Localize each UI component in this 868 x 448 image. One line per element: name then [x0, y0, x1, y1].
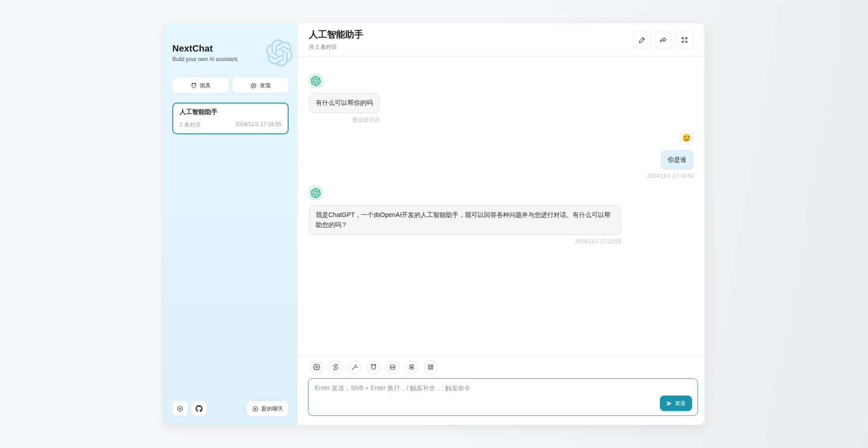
assistant-avatar: [309, 74, 323, 88]
sidebar: NextChat Build your own AI assistant. 面具…: [163, 23, 298, 425]
settings-icon: [176, 405, 184, 412]
send-plane-icon: [666, 401, 672, 406]
chat-item-count: 2 条对话: [180, 121, 200, 129]
chat-panel: 人工智能助手 共 2 条对话 有什: [298, 23, 705, 425]
theme-toggle-button[interactable]: [329, 360, 342, 374]
model-select-button[interactable]: [405, 360, 418, 374]
clear-context-icon: [389, 363, 396, 371]
fullscreen-button[interactable]: [676, 31, 693, 49]
clear-context-button[interactable]: [386, 360, 399, 374]
gear-icon: [313, 363, 320, 371]
nextchat-logo-icon: [266, 39, 293, 66]
user-message: 你是谁 2024/11/1 17:18:53: [309, 131, 693, 179]
discover-icon: [250, 82, 257, 89]
github-button[interactable]: [191, 401, 207, 416]
message-bubble: 你是谁: [661, 150, 693, 170]
assistant-message: 我是ChatGPT，一个由OpenAI开发的人工智能助手，我可以回答各种问题并与…: [309, 186, 693, 244]
sidebar-actions: 面具 发现: [172, 78, 289, 93]
input-toolbar: [298, 355, 705, 377]
grid-icon: [427, 363, 434, 371]
prompt-preset-label: 预设提示词: [309, 116, 379, 124]
shortcut-keys-button[interactable]: [424, 360, 437, 374]
chat-item-time: 2024/11/1 17:18:55: [235, 121, 281, 129]
robot-icon: [408, 363, 415, 371]
message-list: 有什么可以帮你的吗 预设提示词 你是谁 2024/11/1 17:18:53: [298, 57, 705, 355]
nextchat-window: NextChat Build your own AI assistant. 面具…: [163, 23, 705, 425]
mask-button[interactable]: 面具: [172, 78, 229, 93]
mask-icon: [190, 82, 197, 89]
settings-button[interactable]: [172, 401, 188, 416]
discover-button[interactable]: 发现: [232, 78, 289, 93]
composer: 发送: [308, 378, 698, 418]
openai-logo-icon: [311, 188, 321, 198]
chat-list-item[interactable]: 人工智能助手 2 条对话 2024/11/1 17:18:55: [172, 103, 289, 134]
chat-subtitle: 共 2 条对话: [309, 43, 363, 51]
sidebar-footer: 新的聊天: [172, 401, 289, 416]
send-button[interactable]: 发送: [660, 396, 692, 411]
prompt-hints-button[interactable]: [348, 360, 361, 374]
chat-list: 人工智能助手 2 条对话 2024/11/1 17:18:55: [172, 103, 289, 134]
user-avatar: [680, 131, 693, 145]
send-button-label: 发送: [675, 400, 686, 407]
chat-item-title: 人工智能助手: [180, 108, 281, 116]
assistant-avatar: [309, 186, 323, 200]
new-chat-button[interactable]: 新的聊天: [247, 401, 289, 416]
github-icon: [195, 405, 203, 412]
chat-header: 人工智能助手 共 2 条对话: [298, 23, 705, 57]
masks-button[interactable]: [367, 360, 380, 374]
message-bubble: 我是ChatGPT，一个由OpenAI开发的人工智能助手，我可以回答各种问题并与…: [309, 205, 621, 235]
rename-button[interactable]: [633, 31, 651, 49]
chat-title[interactable]: 人工智能助手: [309, 28, 363, 41]
message-timestamp: 2024/11/1 17:18:53: [309, 238, 621, 245]
fullscreen-icon: [681, 36, 688, 44]
message-timestamp: 2024/11/1 17:18:53: [647, 173, 693, 179]
message-bubble: 有什么可以帮你的吗: [309, 93, 379, 113]
openai-logo-icon: [311, 76, 321, 86]
chat-settings-button[interactable]: [310, 360, 323, 374]
assistant-message: 有什么可以帮你的吗 预设提示词: [309, 74, 693, 124]
theme-auto-icon: [332, 363, 339, 371]
pencil-icon: [638, 36, 646, 44]
plus-circle-icon: [252, 406, 259, 412]
discover-button-label: 发现: [260, 82, 270, 90]
share-icon: [659, 36, 667, 44]
mask-button-label: 面具: [200, 82, 211, 90]
mask-icon: [370, 363, 377, 371]
chat-input[interactable]: [308, 378, 698, 416]
new-chat-label: 新的聊天: [261, 405, 283, 413]
smiley-emoji-icon: [682, 133, 692, 143]
share-button[interactable]: [655, 31, 672, 49]
magic-wand-icon: [351, 363, 358, 371]
